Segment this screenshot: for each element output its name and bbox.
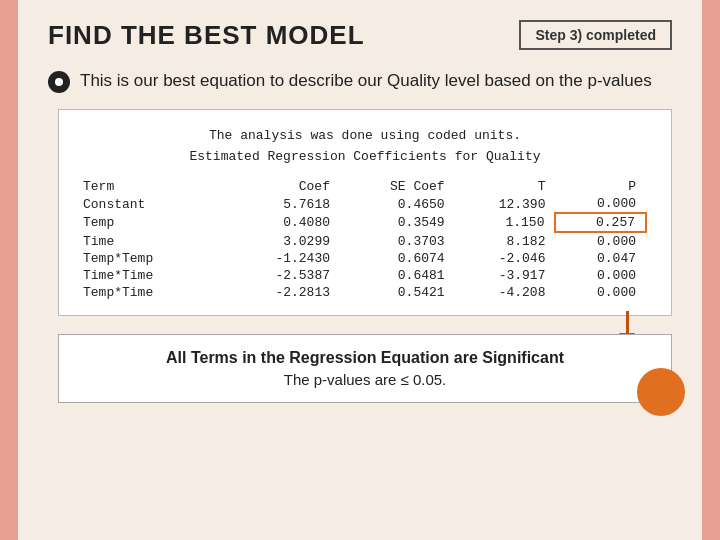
step-badge: Step 3) completed: [519, 20, 672, 50]
table-row: Temp*Temp-1.24300.6074-2.0460.047: [83, 250, 646, 267]
cell-term: Time*Time: [83, 267, 225, 284]
cell-se-coef: 0.6481: [340, 267, 455, 284]
cell-p: 0.047: [555, 250, 646, 267]
cell-p: 0.000: [555, 232, 646, 250]
cell-coef: -1.2430: [225, 250, 340, 267]
cell-t: 12.390: [455, 195, 556, 213]
col-se-coef: SE Coef: [340, 178, 455, 195]
cell-coef: -2.5387: [225, 267, 340, 284]
col-t: T: [455, 178, 556, 195]
table-row: Time*Time-2.53870.6481-3.9170.000: [83, 267, 646, 284]
summary-line1: All Terms in the Regression Equation are…: [79, 349, 651, 367]
cell-coef: -2.2813: [225, 284, 340, 301]
cell-coef: 5.7618: [225, 195, 340, 213]
regression-table: Term Coef SE Coef T P Constant5.76180.46…: [83, 178, 647, 301]
intro-text: This is our best equation to describe ou…: [80, 69, 652, 93]
regression-subtitle1: The analysis was done using coded units.: [83, 128, 647, 143]
cell-term: Temp: [83, 213, 225, 232]
cell-se-coef: 0.3703: [340, 232, 455, 250]
cell-t: 1.150: [455, 213, 556, 232]
header-row: FIND THE BEST MODEL Step 3) completed: [48, 20, 672, 51]
table-row: Temp0.40800.35491.1500.257: [83, 213, 646, 232]
summary-line2: The p-values are ≤ 0.05.: [79, 371, 651, 388]
col-term: Term: [83, 178, 225, 195]
table-row: Constant5.76180.465012.3900.000: [83, 195, 646, 213]
cell-t: -2.046: [455, 250, 556, 267]
cell-se-coef: 0.3549: [340, 213, 455, 232]
cell-coef: 0.4080: [225, 213, 340, 232]
col-coef: Coef: [225, 178, 340, 195]
cell-p: 0.000: [555, 267, 646, 284]
cell-t: -3.917: [455, 267, 556, 284]
summary-box: All Terms in the Regression Equation are…: [58, 334, 672, 403]
cell-coef: 3.0299: [225, 232, 340, 250]
right-decorative-bar: [702, 0, 720, 540]
cell-term: Time: [83, 232, 225, 250]
arrow-line: [626, 311, 629, 333]
cell-p: 0.257: [555, 213, 646, 232]
col-p: P: [555, 178, 646, 195]
page: FIND THE BEST MODEL Step 3) completed Th…: [0, 0, 720, 540]
table-row: Temp*Time-2.28130.5421-4.2080.000: [83, 284, 646, 301]
table-row: Time3.02990.37038.1820.000: [83, 232, 646, 250]
regression-subtitle2: Estimated Regression Coefficients for Qu…: [83, 149, 647, 164]
main-content: FIND THE BEST MODEL Step 3) completed Th…: [18, 0, 702, 540]
cell-term: Temp*Time: [83, 284, 225, 301]
cell-se-coef: 0.5421: [340, 284, 455, 301]
cell-t: 8.182: [455, 232, 556, 250]
bullet-icon: [48, 71, 70, 93]
cell-se-coef: 0.4650: [340, 195, 455, 213]
regression-box: The analysis was done using coded units.…: [58, 109, 672, 316]
cell-p: 0.000: [555, 195, 646, 213]
cell-t: -4.208: [455, 284, 556, 301]
cell-term: Temp*Temp: [83, 250, 225, 267]
page-title: FIND THE BEST MODEL: [48, 20, 365, 51]
cell-se-coef: 0.6074: [340, 250, 455, 267]
orange-circle-decoration: [637, 368, 685, 416]
cell-p: 0.000: [555, 284, 646, 301]
intro-row: This is our best equation to describe ou…: [48, 69, 672, 93]
left-decorative-bar: [0, 0, 18, 540]
cell-term: Constant: [83, 195, 225, 213]
